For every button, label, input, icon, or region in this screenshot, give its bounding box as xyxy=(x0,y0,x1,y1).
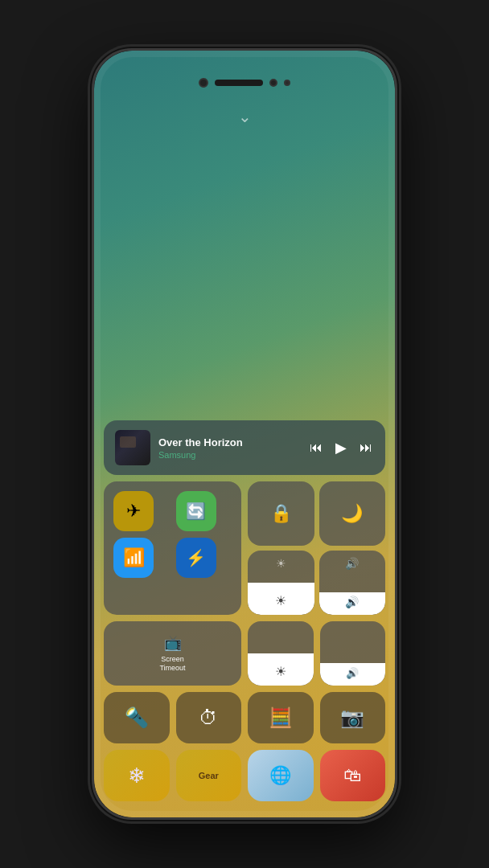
phone-frame: ⌄ Over the Horizon Samsung ⏮ ▶ ⏭ xyxy=(92,48,397,820)
screen: ⌄ Over the Horizon Samsung ⏮ ▶ ⏭ xyxy=(94,51,395,817)
utility-row: 🔦 ⏱ 🧮 📷 xyxy=(104,692,385,743)
album-art xyxy=(115,430,150,465)
music-artist: Samsung xyxy=(158,450,300,460)
rear-camera-icon xyxy=(269,79,277,87)
brightness-slider[interactable]: ☀ ☀ xyxy=(248,551,314,615)
toggle-row-bottom: 📶 ⚡ xyxy=(113,538,232,578)
lock-rotation-button[interactable]: 🔒 xyxy=(248,481,314,546)
next-button[interactable]: ⏭ xyxy=(358,439,374,457)
bixby-icon: ❄ xyxy=(128,764,146,788)
music-title: Over the Horizon xyxy=(158,436,300,448)
music-controls: ⏮ ▶ ⏭ xyxy=(308,437,374,458)
sliders-right-area: 🔒 🌙 ☀ ☀ xyxy=(248,481,385,615)
control-center: Over the Horizon Samsung ⏮ ▶ ⏭ xyxy=(94,414,395,817)
brightness-standalone[interactable]: ☀ xyxy=(248,621,314,686)
volume-standalone[interactable]: 🔊 xyxy=(320,621,386,686)
moon-icon: 🌙 xyxy=(341,503,363,524)
sensor-dot xyxy=(284,80,290,86)
brightness-standalone-icon: ☀ xyxy=(275,664,286,679)
flashlight-icon: 🔦 xyxy=(125,706,149,729)
rotation-icon: 🔄 xyxy=(186,502,206,521)
camera-button[interactable]: 📷 xyxy=(320,692,386,743)
connectivity-group: ✈ 🔄 📶 ⚡ xyxy=(104,481,241,615)
top-bar xyxy=(94,51,395,115)
flashlight-button[interactable]: 🔦 xyxy=(104,692,170,743)
wifi-toggle[interactable]: 📶 xyxy=(113,538,154,578)
airplane-mode-toggle[interactable]: ✈ xyxy=(113,491,154,531)
prev-button[interactable]: ⏮ xyxy=(308,439,324,457)
camera-icon: 📷 xyxy=(340,706,364,729)
connect-icon: 🌐 xyxy=(269,765,291,786)
play-button[interactable]: ▶ xyxy=(334,437,348,458)
bixby-button[interactable]: ❄ xyxy=(104,750,170,801)
music-info: Over the Horizon Samsung xyxy=(158,436,300,460)
app-row: ❄ Gear 🌐 🛍 xyxy=(104,750,385,801)
toggle-row-top: ✈ 🔄 xyxy=(113,491,232,531)
phone-wrapper: ⌄ Over the Horizon Samsung ⏮ ▶ ⏭ xyxy=(0,0,489,868)
wifi-icon: 📶 xyxy=(123,547,145,568)
brightness-icon-bottom: ☀ xyxy=(275,593,286,608)
screen-mirror-icon: 📺 xyxy=(164,634,182,652)
gear-button[interactable]: Gear xyxy=(176,750,242,801)
calculator-icon: 🧮 xyxy=(269,706,293,729)
camera-area xyxy=(199,78,290,88)
front-camera-icon xyxy=(199,78,208,88)
volume-icon-bottom: 🔊 xyxy=(345,596,359,608)
music-widget[interactable]: Over the Horizon Samsung ⏮ ▶ ⏭ xyxy=(104,420,385,475)
volume-standalone-icon: 🔊 xyxy=(346,667,359,679)
connect-button[interactable]: 🌐 xyxy=(248,750,314,801)
galaxy-store-button[interactable]: 🛍 xyxy=(320,750,386,801)
screen-timeout-button[interactable]: 📺 ScreenTimeout xyxy=(104,621,241,686)
timer-icon: ⏱ xyxy=(199,706,218,729)
bluetooth-icon: ⚡ xyxy=(186,548,206,567)
calculator-button[interactable]: 🧮 xyxy=(248,692,314,743)
lock-rotation-icon: 🔒 xyxy=(270,503,292,524)
brightness-icon-top: ☀ xyxy=(276,557,286,570)
rotation-toggle[interactable]: 🔄 xyxy=(176,491,216,531)
screen-timeout-label: ScreenTimeout xyxy=(159,655,185,673)
airplane-icon: ✈ xyxy=(126,501,141,522)
volume-slider[interactable]: 🔊 🔊 xyxy=(319,551,386,615)
galaxy-store-icon: 🛍 xyxy=(343,765,361,786)
speaker-grill xyxy=(215,80,263,86)
bluetooth-toggle[interactable]: ⚡ xyxy=(176,538,216,578)
timer-button[interactable]: ⏱ xyxy=(176,692,242,743)
gear-icon: Gear xyxy=(199,771,219,780)
volume-icon-top: 🔊 xyxy=(345,557,359,570)
do-not-disturb-button[interactable]: 🌙 xyxy=(319,481,386,546)
